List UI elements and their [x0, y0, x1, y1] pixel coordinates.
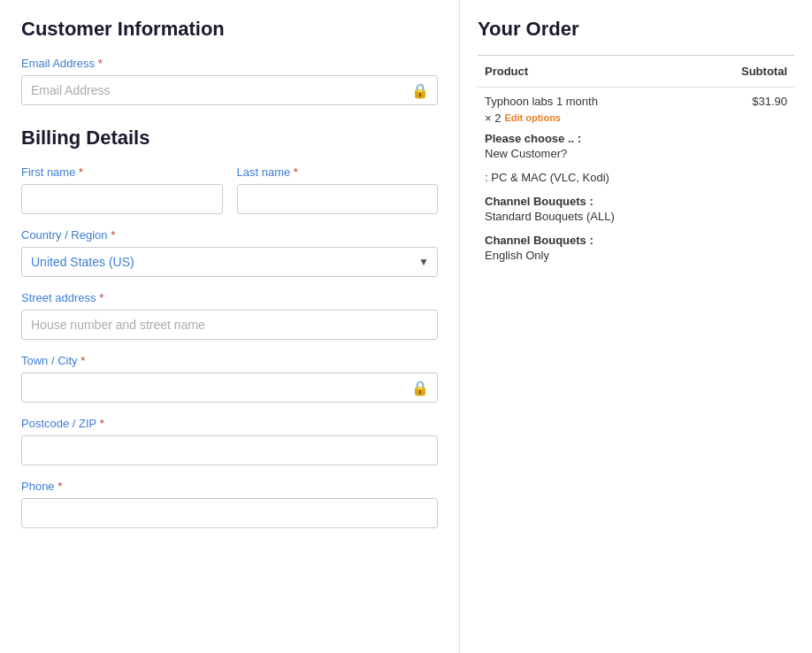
- last-name-input[interactable]: [237, 184, 439, 214]
- first-name-field: First name *: [21, 165, 223, 214]
- country-select[interactable]: United States (US): [21, 247, 438, 277]
- quantity-edit-row: × 2 Edit options: [485, 111, 693, 125]
- english-only-line: English Only: [485, 249, 693, 262]
- postcode-field-group: Postcode / ZIP *: [21, 417, 438, 465]
- phone-required: *: [57, 480, 62, 493]
- table-header-row: Product Subtotal: [478, 56, 794, 88]
- email-icon: 🔒: [411, 82, 429, 99]
- country-required: *: [111, 228, 115, 242]
- name-row: First name * Last name *: [21, 165, 438, 214]
- channel-bouquets-1-line: Channel Bouquets :: [485, 195, 693, 208]
- email-field-group: Email Address * 🔒: [21, 57, 438, 105]
- left-panel: Customer Information Email Address * 🔒 B…: [0, 0, 460, 653]
- subtotal-value: $31.90: [701, 88, 794, 272]
- first-name-required: *: [79, 165, 83, 179]
- email-wrapper: 🔒: [21, 75, 438, 105]
- street-label: Street address *: [21, 291, 438, 304]
- edit-options-link[interactable]: Edit options: [504, 112, 561, 124]
- last-name-label: Last name *: [237, 165, 439, 179]
- street-input[interactable]: [21, 310, 438, 340]
- first-name-label: First name *: [21, 165, 223, 179]
- country-field-group: Country / Region * United States (US) ▼: [21, 228, 438, 277]
- last-name-field: Last name *: [237, 165, 439, 214]
- right-panel: Your Order Product Subtotal Typhoon labs…: [460, 0, 812, 653]
- email-required-marker: *: [98, 57, 103, 70]
- street-field-group: Street address *: [21, 291, 438, 340]
- table-row: Typhoon labs 1 month × 2 Edit options Pl…: [478, 88, 794, 272]
- town-required: *: [80, 354, 85, 367]
- country-label: Country / Region *: [21, 228, 438, 242]
- quantity-text: × 2: [485, 111, 501, 125]
- product-col-header: Product: [478, 56, 701, 88]
- email-label: Email Address *: [21, 57, 438, 70]
- town-input[interactable]: [21, 373, 438, 403]
- town-wrapper: 🔒: [21, 373, 438, 403]
- postcode-label: Postcode / ZIP *: [21, 417, 438, 430]
- standard-bouquets-line: Standard Bouquets (ALL): [485, 210, 693, 223]
- town-label: Town / City *: [21, 354, 438, 367]
- product-name: Typhoon labs 1 month: [485, 95, 693, 108]
- please-choose-line: Please choose .. :: [485, 132, 693, 145]
- billing-section: Billing Details First name * Last name *: [21, 127, 438, 528]
- first-name-input[interactable]: [21, 184, 223, 214]
- product-name-qty: Typhoon labs 1 month × 2 Edit options: [485, 95, 693, 125]
- country-select-wrapper: United States (US) ▼: [21, 247, 438, 277]
- pc-mac-line: : PC & MAC (VLC, Kodi): [485, 171, 693, 184]
- town-field-group: Town / City * 🔒: [21, 354, 438, 403]
- phone-field-group: Phone *: [21, 480, 438, 528]
- street-required: *: [99, 291, 103, 304]
- town-icon: 🔒: [411, 380, 429, 396]
- order-table: Product Subtotal Typhoon labs 1 month × …: [478, 55, 794, 271]
- phone-label: Phone *: [21, 480, 438, 493]
- customer-information-title: Customer Information: [21, 18, 438, 41]
- last-name-required: *: [294, 165, 298, 179]
- billing-details-title: Billing Details: [21, 127, 438, 150]
- postcode-input[interactable]: [21, 435, 438, 465]
- subtotal-col-header: Subtotal: [701, 56, 794, 88]
- product-cell: Typhoon labs 1 month × 2 Edit options Pl…: [478, 88, 701, 272]
- postcode-required: *: [100, 417, 104, 430]
- channel-bouquets-2-line: Channel Bouquets :: [485, 234, 693, 247]
- new-customer-line: New Customer?: [485, 147, 693, 160]
- email-input[interactable]: [21, 75, 438, 105]
- phone-input[interactable]: [21, 498, 438, 528]
- order-title: Your Order: [478, 18, 794, 41]
